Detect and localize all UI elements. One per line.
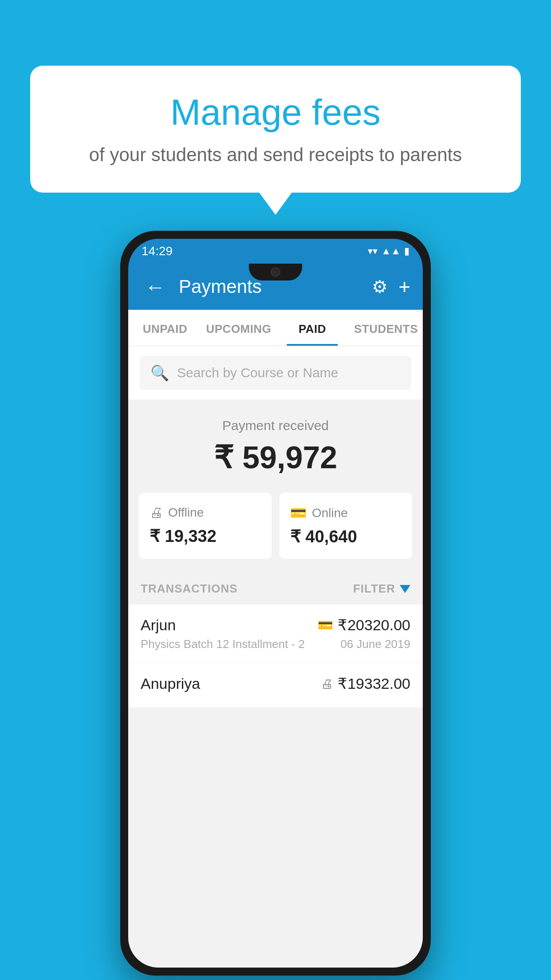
tab-students[interactable]: STUDENTS [349, 310, 423, 346]
tab-paid[interactable]: PAID [276, 310, 349, 346]
payment-received-label: Payment received [142, 418, 409, 433]
filter-button[interactable]: FILTER [353, 582, 410, 596]
transaction-amount-wrap: 🖨 ₹19332.00 [321, 675, 410, 692]
notch [249, 264, 302, 281]
back-button[interactable]: ← [141, 270, 170, 303]
transaction-amount: ₹20320.00 [338, 616, 410, 634]
battery-icon: ▮ [404, 245, 409, 257]
payment-total-amount: ₹ 59,972 [142, 439, 409, 476]
phone-outer-shell: 14:29 ▾▾ ▲▲ ▮ ← Payments ⚙ + [120, 231, 431, 976]
transaction-row[interactable]: Arjun 💳 ₹20320.00 Physics Batch 12 Insta… [128, 605, 423, 663]
tab-unpaid[interactable]: UNPAID [128, 310, 202, 346]
payment-cards: 🖨 Offline ₹ 19,332 💳 Online ₹ 40,640 [128, 493, 423, 571]
offline-card: 🖨 Offline ₹ 19,332 [139, 493, 272, 559]
tab-upcoming[interactable]: UPCOMING [202, 310, 276, 346]
phone-device: 14:29 ▾▾ ▲▲ ▮ ← Payments ⚙ + [120, 231, 431, 976]
search-input[interactable]: Search by Course or Name [177, 365, 338, 380]
app-content: 🔍 Search by Course or Name Payment recei… [128, 346, 423, 968]
transaction-bottom: Physics Batch 12 Installment - 2 06 June… [141, 637, 410, 651]
bubble-subtitle: of your students and send receipts to pa… [52, 142, 499, 168]
online-card-header: 💳 Online [290, 505, 401, 521]
transaction-top: Arjun 💳 ₹20320.00 [141, 616, 410, 634]
filter-label: FILTER [353, 582, 395, 596]
transaction-name: Anupriya [141, 675, 200, 692]
search-container: 🔍 Search by Course or Name [128, 346, 423, 399]
transaction-date: 06 June 2019 [340, 637, 410, 651]
transaction-amount-wrap: 💳 ₹20320.00 [318, 616, 410, 634]
offline-icon: 🖨 [150, 505, 163, 520]
transactions-label: TRANSACTIONS [141, 582, 238, 596]
payment-type-icon: 🖨 [321, 676, 333, 691]
search-icon: 🔍 [150, 364, 169, 382]
add-icon[interactable]: + [398, 275, 410, 299]
status-bar: 14:29 ▾▾ ▲▲ ▮ [128, 239, 423, 264]
speech-bubble: Manage fees of your students and send re… [30, 66, 521, 193]
status-time: 14:29 [142, 244, 173, 258]
bubble-title: Manage fees [52, 92, 499, 132]
transaction-course: Physics Batch 12 Installment - 2 [141, 637, 305, 651]
transaction-row[interactable]: Anupriya 🖨 ₹19332.00 [128, 663, 423, 708]
search-box[interactable]: 🔍 Search by Course or Name [140, 356, 411, 390]
offline-label: Offline [168, 506, 204, 520]
transaction-top: Anupriya 🖨 ₹19332.00 [141, 675, 410, 692]
offline-amount: ₹ 19,332 [150, 526, 261, 546]
transaction-name: Arjun [141, 616, 176, 634]
online-label: Online [312, 506, 348, 520]
camera [271, 267, 280, 277]
payment-type-icon: 💳 [318, 618, 333, 632]
signal-icon: ▲▲ [381, 245, 401, 257]
payment-summary: Payment received ₹ 59,972 [128, 399, 423, 493]
phone-screen: 14:29 ▾▾ ▲▲ ▮ ← Payments ⚙ + [128, 239, 423, 968]
offline-card-header: 🖨 Offline [150, 505, 261, 520]
online-amount: ₹ 40,640 [290, 527, 401, 546]
filter-triangle-icon [400, 585, 410, 593]
transactions-header: TRANSACTIONS FILTER [128, 571, 423, 605]
status-icons: ▾▾ ▲▲ ▮ [368, 245, 409, 257]
settings-icon[interactable]: ⚙ [372, 277, 388, 297]
nav-actions: ⚙ + [372, 275, 410, 299]
tabs-bar: UNPAID UPCOMING PAID STUDENTS [128, 310, 423, 346]
transaction-amount: ₹19332.00 [338, 675, 410, 692]
online-icon: 💳 [290, 505, 307, 521]
online-card: 💳 Online ₹ 40,640 [279, 493, 412, 559]
wifi-icon: ▾▾ [368, 245, 378, 257]
